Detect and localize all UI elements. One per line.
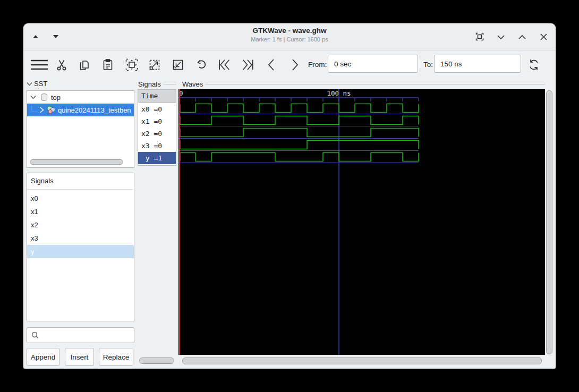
- waves-hscrollbar[interactable]: [182, 357, 542, 364]
- list-item-x2[interactable]: x2: [27, 218, 134, 232]
- from-label: From:: [308, 61, 327, 69]
- signal-list: Signals x0 x1 x2 x3 y: [27, 173, 134, 321]
- zoom-fit-icon[interactable]: [125, 58, 139, 72]
- signal-name-x2[interactable]: x2 =0: [138, 127, 176, 140]
- to-label: To:: [423, 61, 433, 69]
- database-icon: [40, 93, 48, 101]
- list-item-x3[interactable]: x3: [27, 232, 134, 245]
- expander-right-icon[interactable]: [39, 107, 44, 113]
- wave-trace-x2: [180, 129, 419, 137]
- paste-icon[interactable]: [101, 58, 115, 72]
- zoom-to-start-icon[interactable]: [218, 58, 232, 72]
- sst-frame-label: SST: [27, 80, 133, 88]
- wave-trace-x0: [180, 104, 419, 113]
- list-item-y[interactable]: y: [27, 245, 134, 258]
- tree-item-label: quine20241113_testben: [58, 106, 131, 114]
- time-header[interactable]: Time: [138, 90, 176, 103]
- module-bubbles-icon: [46, 106, 56, 114]
- names-hscrollbar[interactable]: [139, 357, 174, 364]
- copy-icon[interactable]: [78, 58, 91, 72]
- cut-icon[interactable]: [55, 58, 69, 72]
- minimize-icon[interactable]: [496, 32, 506, 41]
- append-button[interactable]: Append: [27, 348, 59, 366]
- signal-name-x1[interactable]: x1 =0: [138, 115, 176, 127]
- sst-tree: top quine20241113_testben: [27, 90, 134, 168]
- wave-canvas[interactable]: 0100 ns: [178, 89, 545, 355]
- gtkwave-window: GTKWave - wave.ghw Marker: 1 fs | Cursor…: [23, 23, 556, 369]
- tree-item-quine-testbench[interactable]: quine20241113_testben: [27, 104, 134, 116]
- titlebar[interactable]: GTKWave - wave.ghw Marker: 1 fs | Cursor…: [23, 23, 556, 50]
- maximize-icon[interactable]: [517, 32, 527, 41]
- wave-trace-x1: [180, 116, 419, 125]
- list-item-x0[interactable]: x0: [27, 192, 134, 205]
- from-input[interactable]: [328, 55, 418, 73]
- search-icon: [31, 331, 39, 339]
- tree-item-label: top: [51, 93, 61, 101]
- fullscreen-icon[interactable]: [475, 32, 484, 41]
- shift-left-icon[interactable]: [265, 58, 278, 72]
- zoom-to-end-icon[interactable]: [241, 58, 254, 72]
- insert-button[interactable]: Insert: [65, 348, 94, 366]
- zoom-out-icon[interactable]: [171, 58, 185, 72]
- sst-expander-icon[interactable]: [27, 82, 32, 86]
- waves-vscrollbar[interactable]: [546, 90, 552, 354]
- close-icon[interactable]: [539, 32, 548, 41]
- signal-name-y[interactable]: y =1: [138, 152, 176, 164]
- tree-connector: [31, 105, 37, 112]
- list-item-x1[interactable]: x1: [27, 205, 134, 218]
- signals-frame-label: Signals: [138, 80, 176, 88]
- search-input[interactable]: [27, 327, 134, 343]
- tree-item-top[interactable]: top: [27, 91, 134, 104]
- menu-icon[interactable]: [30, 58, 49, 72]
- sst-hscrollbar[interactable]: [30, 159, 123, 165]
- signal-name-x0[interactable]: x0 =0: [138, 103, 176, 115]
- signal-list-header: Signals: [27, 173, 134, 190]
- waves-frame-label: Waves: [182, 80, 545, 88]
- zoom-in-icon[interactable]: [148, 58, 161, 72]
- shift-right-icon[interactable]: [288, 58, 302, 72]
- expander-down-icon[interactable]: [30, 95, 36, 99]
- signal-names-panel: Time x0 =0 x1 =0 x2 =0 x3 =0 y =1: [138, 89, 176, 166]
- replace-button[interactable]: Replace: [99, 348, 133, 366]
- signal-name-x3[interactable]: x3 =0: [138, 140, 176, 152]
- reload-icon[interactable]: [527, 58, 541, 72]
- to-input[interactable]: [434, 55, 521, 73]
- wave-trace-y: [180, 153, 419, 161]
- wave-trace-x3: [180, 141, 419, 149]
- zoom-undo-icon[interactable]: [194, 58, 208, 72]
